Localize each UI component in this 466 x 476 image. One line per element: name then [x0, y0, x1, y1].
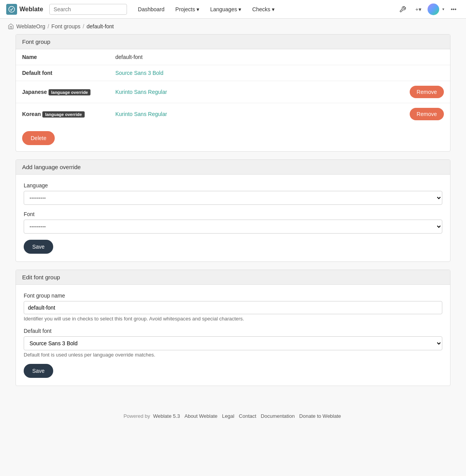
edit-font-group-card: Edit font group Font group name Identifi… [16, 270, 450, 386]
nav-checks[interactable]: Checks ▾ [247, 4, 279, 15]
language-select[interactable]: --------- [24, 191, 442, 205]
korean-font-link[interactable]: Kurinto Sans Regular [115, 111, 167, 117]
row-value-japanese: Kurinto Sans Regular [109, 81, 306, 103]
japanese-font-link[interactable]: Kurinto Sans Regular [115, 89, 167, 95]
checks-caret: ▾ [272, 6, 275, 12]
add-override-save-button[interactable]: Save [24, 240, 53, 254]
languages-caret: ▾ [238, 6, 241, 12]
default-font-label: Default font [24, 328, 442, 334]
delete-row: Delete [16, 125, 450, 151]
tools-icon-btn[interactable] [396, 3, 409, 16]
remove-korean-button[interactable]: Remove [410, 108, 444, 120]
plus-caret: ▾ [419, 6, 421, 12]
footer-docs-link[interactable]: Documentation [261, 413, 295, 419]
language-form-group: Language --------- [24, 182, 442, 205]
breadcrumb: WeblateOrg / Font groups / default-font [0, 19, 466, 34]
row-label-korean: Korean language override [16, 103, 109, 125]
breadcrumb-sep-2: / [83, 23, 84, 29]
default-font-form-group: Default font Source Sans 3 Bold Default … [24, 328, 442, 358]
avatar-caret: ▾ [442, 7, 444, 11]
default-font-hint: Default font is used unless per language… [24, 352, 442, 358]
user-avatar[interactable] [428, 3, 439, 15]
footer-version-link[interactable]: Weblate 5.3 [153, 413, 180, 419]
nav-languages[interactable]: Languages ▾ [205, 4, 246, 15]
font-group-card-header: Font group [16, 35, 450, 49]
home-icon [8, 23, 14, 29]
ellipsis-icon: ••• [451, 6, 457, 12]
font-form-group: Font --------- [24, 211, 442, 234]
font-group-name-label: Font group name [24, 293, 442, 299]
font-group-card: Font group Name default-font [16, 34, 450, 152]
brand-logo[interactable]: Weblate [6, 4, 43, 15]
navbar: Weblate Dashboard Projects ▾ Languages ▾… [0, 0, 466, 19]
add-language-override-body: Language --------- Font --------- Save [16, 175, 450, 261]
footer-legal-link[interactable]: Legal [222, 413, 235, 419]
language-label: Language [24, 182, 442, 189]
nav-dashboard[interactable]: Dashboard [133, 4, 169, 15]
plus-icon: + [415, 6, 418, 12]
footer-contact-link[interactable]: Contact [239, 413, 256, 419]
more-icon-btn[interactable]: ••• [447, 3, 460, 16]
row-value-korean: Kurinto Sans Regular [109, 103, 306, 125]
japanese-badge: language override [49, 89, 91, 95]
korean-badge: language override [42, 111, 85, 118]
font-group-card-body: Name default-font Default font Source Sa… [16, 49, 450, 151]
table-row: Default font Source Sans 3 Bold [16, 65, 450, 81]
delete-button[interactable]: Delete [22, 131, 55, 145]
footer: Powered by Weblate 5.3 About Weblate Leg… [0, 402, 466, 427]
default-font-link[interactable]: Source Sans 3 Bold [115, 70, 163, 76]
table-row: Name default-font [16, 49, 450, 65]
projects-caret: ▾ [196, 6, 199, 12]
font-group-table: Name default-font Default font Source Sa… [16, 49, 450, 125]
nav-right: + ▾ ▾ ••• [396, 3, 460, 16]
add-icon-btn[interactable]: + ▾ [412, 3, 424, 16]
font-group-name-hint: Identifier you will use in checks to sel… [24, 316, 442, 322]
font-group-name-input[interactable] [24, 301, 442, 314]
nav-links: Dashboard Projects ▾ Languages ▾ Checks … [133, 4, 279, 15]
add-language-override-card: Add language override Language ---------… [16, 159, 450, 262]
brand-label: Weblate [19, 6, 43, 13]
row-value-name: default-font [109, 49, 450, 65]
main-content: Font group Name default-font [8, 34, 458, 402]
footer-donate-link[interactable]: Donate to Weblate [299, 413, 341, 419]
edit-font-group-body: Font group name Identifier you will use … [16, 285, 450, 386]
footer-about-link[interactable]: About Weblate [184, 413, 217, 419]
footer-powered-by: Powered by [123, 413, 150, 419]
table-row: Korean language override Kurinto Sans Re… [16, 103, 450, 125]
breadcrumb-sep-1: / [47, 23, 49, 29]
edit-font-group-header: Edit font group [16, 270, 450, 285]
row-action-korean: Remove [306, 103, 450, 125]
row-label-name: Name [16, 49, 109, 65]
row-label-japanese: Japanese language override [16, 81, 109, 103]
font-label: Font [24, 211, 442, 217]
default-font-select[interactable]: Source Sans 3 Bold [24, 336, 442, 350]
search-input[interactable] [49, 4, 127, 15]
add-language-override-header: Add language override [16, 160, 450, 175]
row-action-japanese: Remove [306, 81, 450, 103]
edit-font-group-save-button[interactable]: Save [24, 364, 53, 378]
breadcrumb-font-groups[interactable]: Font groups [51, 23, 80, 29]
breadcrumb-current: default-font [87, 23, 114, 29]
font-select[interactable]: --------- [24, 220, 442, 234]
row-label-default-font: Default font [16, 65, 109, 81]
nav-projects[interactable]: Projects ▾ [171, 4, 204, 15]
breadcrumb-org[interactable]: WeblateOrg [16, 23, 45, 29]
font-group-name-form-group: Font group name Identifier you will use … [24, 293, 442, 322]
row-value-default-font: Source Sans 3 Bold [109, 65, 450, 81]
table-row: Japanese language override Kurinto Sans … [16, 81, 450, 103]
brand-icon [6, 4, 17, 15]
remove-japanese-button[interactable]: Remove [410, 86, 444, 98]
